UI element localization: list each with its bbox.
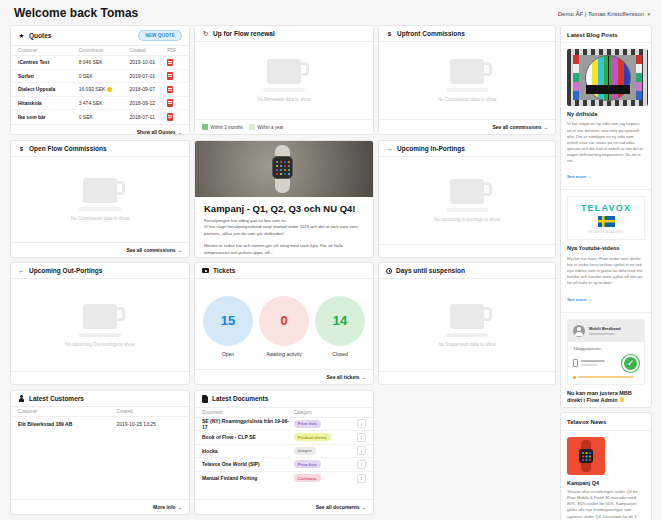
quote-customer: Hitaiskola <box>18 100 79 106</box>
in-portings-card: → Upcoming In-Portings No upcoming In-po… <box>378 140 556 258</box>
document-name: SE (NY) Roamingprislista från 19-06-17 <box>202 418 294 430</box>
suspension-card-title: Days until suspension <box>396 267 465 274</box>
see-all-tickets-link[interactable]: See all tickets → <box>327 374 366 380</box>
open-flow-commissions-card: $ Open Flow Commissions No Commission da… <box>10 140 190 258</box>
documents-card-title: Latest Documents <box>212 395 268 402</box>
download-button[interactable]: ↓ <box>357 419 366 428</box>
customer-row[interactable]: Elit Bilverkstad 189 AB 2019-10-25 13:25 <box>11 417 189 431</box>
see-all-commissions-link[interactable]: See all commissions → <box>126 247 182 253</box>
more-info-link[interactable]: More info → <box>153 504 182 510</box>
tickets-card: Tickets 15 Open 0 Awaiting activity 14 C… <box>194 262 374 385</box>
out-portings-card-title: Upcoming Out-Portings <box>29 267 102 274</box>
quotes-card-title: Quotes <box>29 32 51 39</box>
upfront-card-title: Upfront Commissions <box>397 30 465 37</box>
person-icon <box>18 395 25 402</box>
quote-commission: 16 092 SEK <box>79 86 106 92</box>
blog-post-title: Nu kan man justera MBB direkt i Flow Adm… <box>567 390 645 405</box>
customer-created: 2019-10-25 13:25 <box>116 421 182 427</box>
empty-caption: No upcoming In-portings to show <box>434 217 500 222</box>
news-post-title: Kampanj Q4 <box>567 480 645 486</box>
pdf-icon[interactable] <box>167 72 173 80</box>
quote-created: 2018-07-11 <box>130 114 168 120</box>
column-header-customer: Customer <box>18 48 79 53</box>
quote-row[interactable]: Ike som bär 0 SEK 2018-07-11 <box>11 110 189 124</box>
document-row[interactable]: Book of Flow - CLP SE Product sheets ↓ <box>195 431 373 445</box>
blog-post-image-telavox: TELAVOX TELAVOX ACADEMY <box>567 196 645 240</box>
quote-row[interactable]: Hitaiskola 3 474 SEK 2018-09-12 <box>11 97 189 111</box>
quote-row[interactable]: iCentrex Test 8 046 SEK 2019-10-01 <box>11 56 189 70</box>
arrow-right-icon: → <box>386 145 393 152</box>
column-header-document: Document <box>202 410 294 415</box>
column-header-created: Created <box>116 409 182 414</box>
customer-name: Elit Bilverkstad 189 AB <box>18 421 116 427</box>
see-more-link[interactable]: See more → <box>567 174 592 179</box>
document-row[interactable]: Telavox One World (SIP) Price lists ↓ <box>195 458 373 472</box>
emoji-icon <box>620 397 625 402</box>
legend-light-green-swatch <box>249 124 255 130</box>
empty-state: No upcoming In-portings to show <box>379 157 555 244</box>
open-tickets-label: Open <box>222 351 234 357</box>
see-more-link[interactable]: See more → <box>567 297 592 302</box>
ticket-icon <box>202 268 209 273</box>
category-badge: Images <box>294 447 316 455</box>
column-header-customer: Customer <box>18 409 116 414</box>
download-button[interactable]: ↓ <box>357 446 366 455</box>
show-all-quotes-link[interactable]: Show all Quotes → <box>137 129 182 135</box>
pdf-icon[interactable] <box>167 86 173 94</box>
document-name: Manual Finland Porting <box>202 475 294 481</box>
column-header-commission: Commission <box>79 48 130 53</box>
empty-mug-icon <box>83 178 117 203</box>
featured-post-image <box>195 141 373 197</box>
featured-post-card[interactable]: Kampanj - Q1, Q2, Q3 och NU Q4! Försäljn… <box>194 140 374 258</box>
see-all-documents-link[interactable]: See all documents → <box>316 504 366 510</box>
blog-post-body: Vi har släppt en ny sida som jag hoppas … <box>567 121 645 164</box>
see-all-commissions-link[interactable]: See all commissions → <box>492 124 548 130</box>
blog-post[interactable]: Mobilt Bredband Tilläggstjänster ✓ Nu k <box>561 313 651 408</box>
quote-customer: Ike som bär <box>18 114 79 120</box>
mbb-section-label: Tilläggstjänster <box>573 346 639 351</box>
empty-state: No Commission data to show <box>379 42 555 119</box>
pdf-icon[interactable] <box>167 113 173 121</box>
empty-caption: No Renewals data to show <box>257 97 311 102</box>
document-row[interactable]: klocka Images ↓ <box>195 445 373 459</box>
empty-caption: No Suspension data to show <box>438 342 495 347</box>
news-post-image-watch <box>567 437 605 475</box>
blog-post[interactable]: TELAVOX TELAVOX ACADEMY Nya Youtube-vide… <box>561 190 651 312</box>
quote-row[interactable]: Surfen 0 SEK 2019-07-01 <box>11 70 189 84</box>
document-name: Telavox One World (SIP) <box>202 461 294 467</box>
legend-within-a-year: Within a year <box>249 124 284 130</box>
empty-caption: No Commission data to show <box>438 97 497 102</box>
quote-row[interactable]: Dialect Uppsala 16 092 SEK 2018-09-07 <box>11 83 189 97</box>
legend-within-3-months: Within 3 months <box>202 124 243 130</box>
closed-tickets-label: Closed <box>332 351 348 357</box>
document-icon <box>202 395 208 403</box>
download-button[interactable]: ↓ <box>357 460 366 469</box>
category-badge: Price lists <box>294 460 321 468</box>
empty-caption: No upcoming Out-portings to show <box>65 342 134 347</box>
quotes-column-headers: Customer Commission Created PDF <box>11 46 189 56</box>
blog-post[interactable]: Ny driftsida Vi har släppt en ny sida so… <box>561 43 651 190</box>
in-portings-card-title: Upcoming In-Portings <box>397 145 465 152</box>
mbb-warning-bar <box>573 376 639 379</box>
document-row[interactable]: SE (NY) Roamingprislista från 19-06-17 P… <box>195 418 373 432</box>
account-menu[interactable]: Demo ÅF | Tomas Kristoffersson ▾ <box>558 11 650 17</box>
empty-mug-bar <box>263 88 305 92</box>
latest-documents-card: Latest Documents Document Category SE (N… <box>194 390 374 515</box>
testcard-circle <box>585 55 631 101</box>
document-row[interactable]: Manual Finland Porting Contracts ↓ <box>195 472 373 486</box>
empty-mug-bar <box>446 88 488 92</box>
pdf-icon[interactable] <box>167 99 173 107</box>
blog-post-image-testcard <box>567 49 648 106</box>
pdf-icon[interactable] <box>167 59 173 67</box>
new-quote-button[interactable]: NEW QUOTE <box>138 30 182 41</box>
awaiting-tickets-label: Awaiting activity <box>266 351 301 357</box>
green-check-icon: ✓ <box>622 355 639 372</box>
download-button[interactable]: ↓ <box>357 474 366 483</box>
quote-created: 2018-09-07 <box>130 86 168 92</box>
legend-green-swatch <box>202 124 208 130</box>
download-button[interactable]: ↓ <box>357 433 366 442</box>
blog-post-image-admin-ui: Mobilt Bredband Tilläggstjänster ✓ <box>567 319 645 385</box>
dollar-icon: $ <box>386 30 393 37</box>
blog-post-title: Ny driftsida <box>567 111 645 118</box>
tickets-card-title: Tickets <box>213 267 235 274</box>
